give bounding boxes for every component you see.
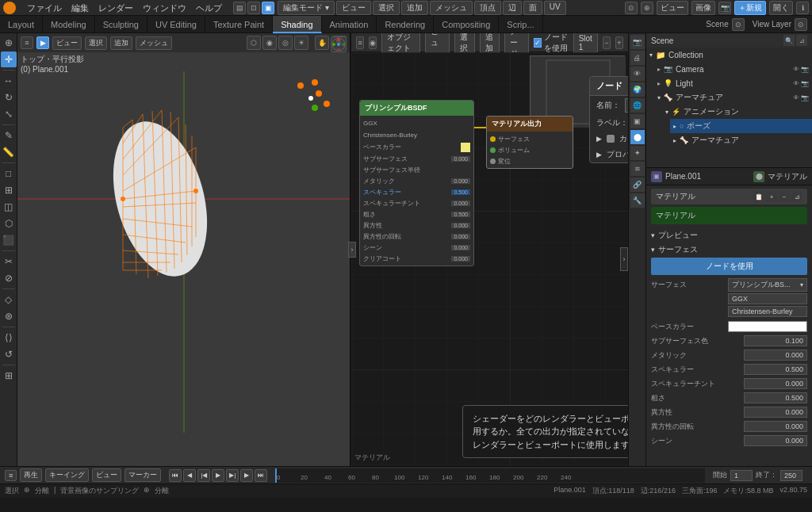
view-btn[interactable]: ビュー — [657, 1, 688, 15]
specular-val[interactable]: 0.500 — [744, 364, 807, 375]
tab-rendering[interactable]: Rendering — [377, 16, 434, 33]
shade-wire-btn[interactable]: ⬡ — [247, 36, 261, 50]
material-del-btn[interactable]: − — [779, 191, 790, 202]
christensen-dropdown[interactable]: Christensen-Burley — [728, 306, 807, 317]
material-new-btn[interactable]: + — [766, 191, 777, 202]
gizmo-btn[interactable]: ⊕ — [641, 2, 653, 14]
tab-layout[interactable]: Layout — [0, 16, 43, 33]
start-frame[interactable]: 1 — [730, 470, 753, 481]
ne-mode-icon[interactable]: ◉ — [369, 36, 377, 49]
outliner-item-camera[interactable]: ▸ 📷 Camera 👁 📷 — [654, 62, 812, 76]
tab-texture-paint[interactable]: Texture Paint — [205, 16, 273, 33]
scene-icon[interactable]: ⊙ — [732, 18, 745, 31]
outliner-item-armature2[interactable]: ▸ 🦴 アーマチュア — [670, 133, 812, 147]
rotate-tool[interactable]: ↻ — [1, 90, 17, 105]
edit-mode-dropdown[interactable]: 編集モード ▾ — [278, 1, 335, 15]
mode-btn-3[interactable]: ▣ — [262, 2, 274, 14]
move-tool[interactable]: ✛ — [1, 52, 17, 67]
ne-zoom-out[interactable]: − — [603, 36, 611, 49]
play-jump-start[interactable]: ⏮ — [169, 469, 182, 482]
rp-tab-object[interactable]: ▣ — [630, 114, 645, 128]
rp-tab-scene[interactable]: 🌍 — [630, 82, 645, 97]
annotate-tool[interactable]: ✎ — [1, 128, 17, 143]
face-menu[interactable]: 面 — [523, 1, 542, 15]
vp-mode-icon[interactable]: ▶ — [36, 36, 49, 49]
use-nodes-button[interactable]: ノードを使用 — [651, 258, 807, 275]
vp-view-menu[interactable]: 選択 — [85, 36, 107, 50]
info-btn[interactable]: ℹ — [796, 2, 809, 14]
viewport-shade[interactable]: ビュー — [336, 1, 371, 15]
select-menu[interactable]: 選択 — [373, 1, 400, 15]
mode-btn-2[interactable]: ⊡ — [247, 2, 260, 14]
shade-render-btn[interactable]: ☀ — [294, 36, 308, 50]
ne-menu-icon[interactable]: ≡ — [356, 36, 364, 49]
light-eye-icon[interactable]: 👁 — [793, 80, 799, 87]
rp-tab-physics[interactable]: ≋ — [630, 162, 645, 176]
inset-tool[interactable]: ◫ — [1, 199, 17, 215]
subsurface-val[interactable]: 0.100 — [744, 335, 807, 346]
vp-add-menu[interactable]: 追加 — [110, 36, 132, 50]
nav-gizmo[interactable] — [331, 36, 347, 52]
material-copy-btn[interactable]: 📋 — [753, 191, 764, 202]
sheen-val[interactable]: 0.000 — [744, 435, 807, 446]
light-render-icon[interactable]: 📷 — [801, 80, 809, 87]
knife-tool[interactable]: ✂ — [1, 254, 17, 269]
view-layer-icon[interactable]: ⊙ — [795, 18, 807, 31]
play-next-key[interactable]: ▶| — [226, 469, 239, 482]
ggx-dropdown[interactable]: GGX — [728, 293, 807, 304]
timeline-track[interactable]: 0 20 40 60 80 100 120 140 160 180 200 22… — [275, 468, 705, 483]
bevel-tool[interactable]: ⬡ — [1, 216, 17, 231]
outliner-item-collection[interactable]: ▾ 📁 Collection — [646, 48, 812, 62]
node-popup-color-row[interactable]: ▶ カラー ≡ — [590, 131, 628, 147]
cursor-tool[interactable]: ⊕ — [1, 35, 17, 51]
add-menu[interactable]: 追加 — [401, 1, 428, 15]
expand-arrow[interactable]: › — [348, 242, 356, 258]
vp-mode-select[interactable]: ビュー — [52, 36, 82, 50]
armature-render-icon[interactable]: 📷 — [801, 94, 809, 101]
shade-material-btn[interactable]: ◎ — [278, 36, 293, 50]
image-btn[interactable]: 画像 — [691, 1, 715, 15]
rp-tab-material[interactable]: ⬤ — [630, 130, 645, 144]
outliner-item-light[interactable]: ▸ 💡 Light 👁 📷 — [654, 76, 812, 90]
camera-icon-btn[interactable]: 📷 — [718, 2, 731, 14]
anisotropy-val[interactable]: 0.000 — [744, 407, 807, 418]
tab-compositing[interactable]: Compositing — [434, 16, 499, 33]
metallic-val[interactable]: 0.000 — [744, 350, 807, 361]
play-prev-key[interactable]: |◀ — [197, 469, 210, 482]
vp-mesh-menu[interactable]: メッシュ — [136, 36, 172, 50]
roughness-val[interactable]: 0.500 — [744, 392, 807, 403]
outliner-filter[interactable]: ⊿ — [796, 35, 807, 46]
preview-section-header[interactable]: ▾ プレビュー — [651, 229, 807, 242]
extrude-tool[interactable]: ⊞ — [1, 182, 17, 198]
keying-menu[interactable]: キーイング — [45, 468, 89, 482]
shrink-tool[interactable]: ⊛ — [1, 308, 17, 324]
open-btn[interactable]: 開く — [769, 1, 793, 15]
timeline-menu[interactable]: ≡ — [5, 470, 17, 481]
node-popup-props-row[interactable]: ▶ プロパティ — [590, 147, 628, 162]
outliner-item-animation[interactable]: ▾ ⚡ アニメーション — [662, 105, 812, 119]
add-cube-tool[interactable]: □ — [1, 166, 17, 181]
mesh-menu[interactable]: メッシュ — [430, 1, 473, 15]
tab-uv-editing[interactable]: UV Editing — [147, 16, 205, 33]
name-input-group[interactable]: 📋 プリンシプルBSDF — [625, 98, 628, 113]
shear-tool[interactable]: ⟨⟩ — [1, 330, 17, 346]
ne-collapse-arrow[interactable]: › — [620, 247, 628, 271]
playback-menu[interactable]: 再生 — [20, 468, 42, 482]
vp-menu-icon[interactable]: ≡ — [21, 36, 33, 49]
tab-sculpting[interactable]: Sculpting — [95, 16, 147, 33]
bisect-tool[interactable]: ⊘ — [1, 270, 17, 286]
marker-menu[interactable]: マーカー — [124, 468, 161, 482]
spin-tool[interactable]: ↺ — [1, 346, 17, 362]
ne-zoom-in[interactable]: + — [615, 36, 623, 49]
new-btn[interactable]: ＋新規 — [734, 1, 766, 15]
transform-tool[interactable]: ↔ — [1, 73, 17, 89]
menu-help[interactable]: ヘルプ — [191, 0, 227, 16]
outliner-item-armature[interactable]: ▾ 🦴 アーマチュア 👁 📷 — [654, 90, 812, 105]
play-button[interactable]: ▶ — [212, 469, 224, 482]
surface-dropdown[interactable]: プリンシプルBS... ▾ — [728, 278, 807, 292]
tab-modeling[interactable]: Modeling — [43, 16, 95, 33]
ne-use-nodes-check[interactable]: ✓ ノードを使用 — [534, 33, 568, 54]
camera-render-icon[interactable]: 📷 — [801, 66, 809, 73]
uv-menu[interactable]: UV — [544, 1, 566, 15]
vertex-menu[interactable]: 頂点 — [474, 1, 501, 15]
